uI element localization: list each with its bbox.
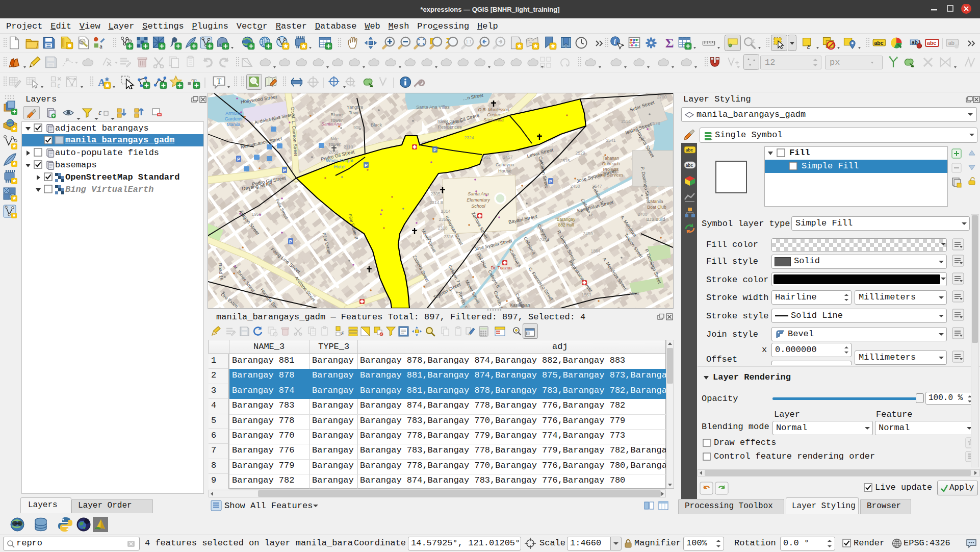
svg-text:T: T	[217, 77, 221, 85]
svg-text:ε: ε	[807, 41, 811, 50]
svg-text:1:1: 1:1	[466, 40, 472, 44]
svg-text:abc: abc	[874, 40, 884, 46]
svg-text:ε: ε	[57, 82, 60, 89]
svg-text:a: a	[99, 43, 102, 50]
svg-text:ab: ab	[948, 40, 955, 46]
svg-text:abc: abc	[686, 147, 693, 153]
svg-text:i: i	[614, 38, 616, 45]
svg-text:abc: abc	[686, 163, 693, 168]
svg-text:ab: ab	[912, 39, 918, 45]
svg-text:Σ: Σ	[665, 36, 674, 50]
svg-text:ε: ε	[341, 329, 344, 337]
svg-text:abc: abc	[927, 40, 936, 46]
svg-text:ε: ε	[98, 108, 101, 116]
